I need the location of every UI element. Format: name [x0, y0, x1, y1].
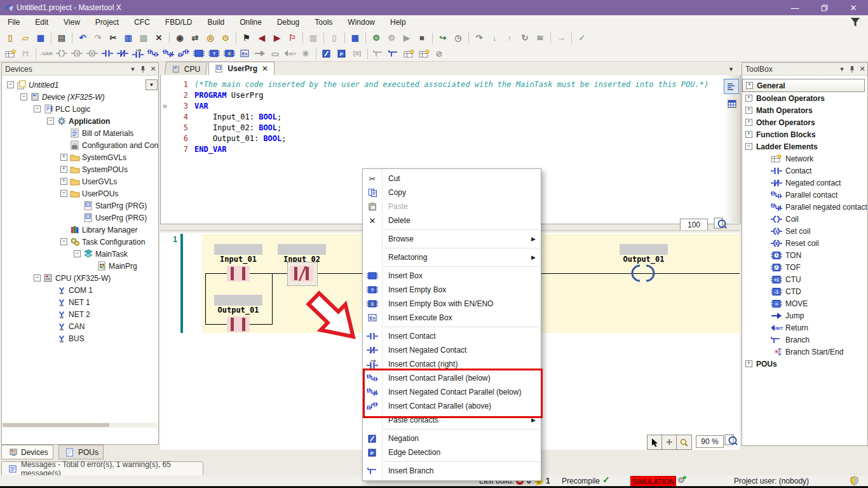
tree-item-library-manager[interactable]: Library Manager — [2, 224, 158, 236]
tab-close-icon[interactable]: ✕ — [262, 64, 268, 73]
textual-view-button[interactable] — [724, 79, 739, 94]
properties-button[interactable]: ▥ — [306, 31, 321, 44]
new-project-button[interactable]: ▯ — [3, 31, 18, 44]
tree-expander[interactable]: − — [34, 274, 41, 281]
code-line[interactable]: 7END_VAR — [161, 144, 740, 154]
insert-jump-button[interactable] — [252, 47, 268, 60]
menu-item-insert-empty-box[interactable]: ?Insert Empty Box — [363, 283, 541, 297]
coil-address-box[interactable] — [620, 244, 668, 255]
step-into-button[interactable]: ↓ — [487, 31, 502, 44]
tree-item-bus[interactable]: BUS — [2, 332, 158, 344]
tree-expander[interactable]: − — [7, 81, 14, 88]
tree-item-application[interactable]: −Application — [2, 115, 158, 127]
ladder-zoom-fit-icon[interactable] — [724, 433, 738, 449]
toolbox-expander[interactable]: + — [745, 360, 752, 367]
negation-button[interactable] — [319, 47, 334, 60]
filter-icon[interactable] — [850, 17, 861, 29]
menu-item-insert-contact[interactable]: Insert Contact — [363, 329, 541, 343]
toolbox-expander[interactable]: + — [745, 119, 752, 126]
menu-item-insert-empty-box-with-en-eno[interactable]: EInsert Empty Box with EN/ENO — [363, 297, 541, 311]
toggle-network-comment-button[interactable]: ⊘ — [431, 47, 447, 60]
devices-dropdown-icon[interactable]: ▼ — [128, 65, 138, 74]
open-project-button[interactable]: ▱ — [18, 31, 33, 44]
tree-item-task-configuration[interactable]: −Task Configuration — [2, 236, 158, 248]
toolbox-item-branch-start-end[interactable]: ✳Branch Start/End — [742, 346, 867, 358]
code-line[interactable]: 2PROGRAM UserPrg — [161, 90, 740, 100]
menu-item-cut[interactable]: ✂Cut — [363, 172, 541, 186]
tree-item-startprg-prg-[interactable]: StartPrg (PRG) — [2, 200, 158, 212]
insert-label-button[interactable]: ✳ — [298, 47, 313, 60]
toolbox-item-ton[interactable]: TON — [742, 249, 867, 261]
insert-box-button[interactable] — [191, 47, 207, 60]
copy-button[interactable]: ▥ — [121, 31, 136, 44]
devices-hscrollbar-thumb[interactable] — [3, 423, 109, 427]
code-line[interactable]: 4 Input_01: BOOL; — [161, 111, 740, 122]
insert-execute-box-button[interactable]: Ex — [237, 47, 252, 60]
coil-symbol[interactable] — [630, 263, 656, 283]
tab-userprg[interactable]: UserPrg ✕ — [208, 62, 275, 75]
menu-item-delete[interactable]: ✕Delete — [363, 214, 541, 227]
input1-label[interactable]: Input_01 — [210, 255, 267, 264]
insert-contact-button[interactable] — [100, 47, 115, 60]
toolbox-item-parallel-negated-contact[interactable]: Parallel negated contact — [742, 201, 867, 213]
close-button[interactable]: ✕ — [839, 0, 868, 15]
toolbox-category-pous[interactable]: +POUs — [742, 358, 867, 370]
toolbox-item-branch[interactable]: Branch — [742, 334, 867, 346]
find-in-project-button[interactable]: ◎ — [203, 31, 218, 44]
menu-build[interactable]: Build — [200, 16, 233, 29]
menu-tools[interactable]: Tools — [307, 16, 340, 29]
code-line[interactable]: 6 Output_01: BOOL; — [161, 133, 740, 144]
step-over-button[interactable]: ↷ — [471, 31, 487, 44]
toolbox-item-set-coil[interactable]: >SSet coil — [742, 225, 867, 237]
clear-bookmarks-button[interactable]: ⚐ — [285, 31, 300, 44]
menu-item-edge-detection[interactable]: PEdge Detection — [363, 445, 541, 459]
toolbox-pin-icon[interactable] — [847, 65, 857, 74]
insert-contact-parallel-below-button[interactable] — [146, 47, 161, 60]
tree-expander[interactable]: − — [60, 190, 67, 197]
code-line[interactable]: 1(*The main code inserted by the user an… — [161, 79, 740, 90]
devices-hscrollbar[interactable] — [3, 423, 157, 428]
tree-item-net-2[interactable]: NET 2 — [2, 308, 158, 320]
branch-address-box[interactable] — [214, 295, 262, 306]
branch-contact-label[interactable]: Output_01 — [210, 306, 267, 315]
devices-close-icon[interactable]: ✕ — [148, 65, 158, 74]
toolbox-item-jump[interactable]: Jump — [742, 309, 867, 322]
insert-reset-coil-button[interactable]: >R — [85, 47, 100, 60]
next-bookmark-button[interactable]: ▶ — [269, 31, 285, 44]
online-time-button[interactable]: ◷ — [451, 31, 466, 44]
menu-item-insert-box[interactable]: Insert Box — [363, 269, 541, 283]
tabular-view-button[interactable] — [725, 97, 739, 111]
redo-button[interactable]: ↷ — [90, 31, 105, 44]
insert-return-button[interactable]: RET — [283, 47, 298, 60]
toolbox-item-network[interactable]: Network — [742, 152, 867, 165]
edge-detection-button[interactable]: P — [334, 47, 349, 60]
toolbox-item-return[interactable]: RETReturn — [742, 322, 867, 334]
tree-expander[interactable]: − — [47, 118, 54, 125]
insert-assignment-button[interactable]: ▭ — [268, 47, 283, 60]
replace-in-project-button[interactable]: ⊙ — [218, 31, 233, 44]
tree-item-maintask[interactable]: −MainTask — [2, 248, 158, 260]
menu-file[interactable]: File — [0, 16, 27, 29]
menu-window[interactable]: Window — [340, 16, 383, 29]
bottom-tab-devices[interactable]: Devices — [1, 445, 53, 459]
toolbox-category-function-blocks[interactable]: +Function Blocks — [742, 128, 867, 140]
tree-item-userpous[interactable]: −UserPOUs — [2, 187, 158, 200]
tree-expander[interactable]: + — [60, 178, 67, 185]
toolbox-item-ctd[interactable]: -1CTD — [742, 285, 867, 297]
new-object-button[interactable]: ▯ — [327, 31, 342, 44]
minimize-button[interactable]: — — [780, 0, 810, 15]
tree-expander[interactable]: + — [60, 154, 67, 161]
tree-item-plc-logic[interactable]: −PLC Logic — [2, 103, 158, 115]
tree-filter-dropdown[interactable]: ▼ — [146, 79, 158, 90]
menu-item-copy[interactable]: Copy — [363, 186, 541, 200]
set-reset-button[interactable]: [S] — [349, 47, 365, 60]
coil-label[interactable]: Output_01 — [615, 255, 672, 264]
toolbox-dropdown-icon[interactable]: ▼ — [837, 65, 847, 74]
insert-network-button[interactable] — [3, 47, 18, 60]
insert-contact-right-button[interactable] — [130, 47, 146, 60]
tree-expander[interactable]: − — [34, 105, 41, 112]
tree-item-net-1[interactable]: NET 1 — [2, 296, 158, 308]
tree-expander[interactable]: − — [60, 238, 67, 245]
declare-variable-button[interactable]: -VAR — [39, 47, 54, 60]
menu-item-negation[interactable]: Negation — [363, 431, 541, 445]
